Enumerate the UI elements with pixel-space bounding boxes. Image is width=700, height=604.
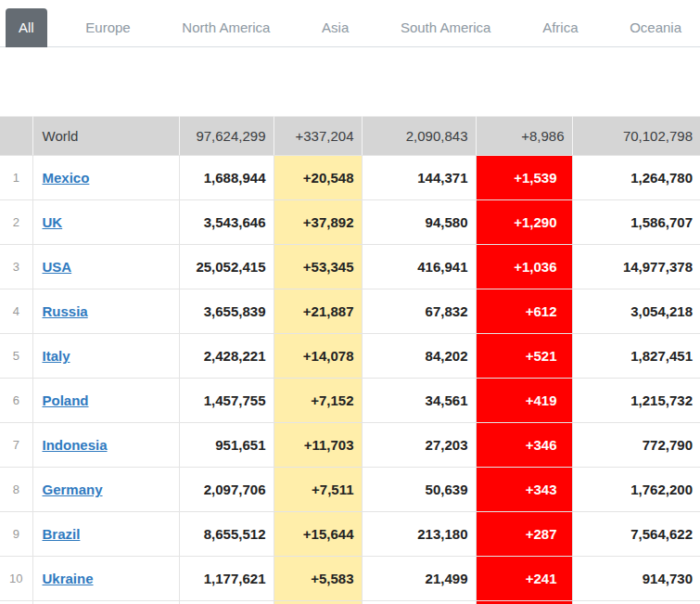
recovered-cell: 1,264,780	[572, 156, 700, 200]
new-cases-cell: +7,152	[274, 379, 362, 423]
total-cases-cell: 951,651	[179, 423, 274, 468]
new-deaths-cell: +521	[476, 334, 572, 379]
country-cell: Mexico	[32, 156, 179, 200]
tab-south-america[interactable]: South America	[388, 8, 504, 47]
new-deaths-cell: +241	[476, 557, 572, 601]
new-cases-cell: +20,548	[274, 156, 362, 200]
new-cases-cell: +15,644	[274, 512, 362, 557]
total-cases-cell	[179, 601, 274, 604]
total-cases-cell: 97,624,299	[179, 117, 274, 156]
rank-cell: 6	[0, 379, 32, 423]
rank-cell: 4	[0, 289, 32, 334]
recovered-cell: 914,730	[572, 557, 700, 601]
deaths-cell: 416,941	[362, 245, 476, 289]
continent-tabs: AllEuropeNorth AmericaAsiaSouth AmericaA…	[0, 8, 700, 47]
tab-panel-spacer	[0, 47, 700, 116]
deaths-cell: 84,202	[362, 334, 476, 379]
tab-europe[interactable]: Europe	[72, 8, 143, 47]
total-cases-cell: 1,688,944	[179, 156, 274, 200]
table-row: 6 Poland 1,457,755 +7,152 34,561 +419 1,…	[0, 379, 700, 423]
rank-cell: 2	[0, 200, 32, 245]
recovered-cell: 772,790	[572, 423, 700, 468]
total-cases-cell: 3,543,646	[179, 200, 274, 245]
new-cases-cell: +7,511	[274, 468, 362, 512]
country-link[interactable]: UK	[43, 214, 63, 230]
total-cases-cell: 3,655,839	[179, 289, 274, 334]
country-cell: Italy	[32, 334, 179, 379]
recovered-cell: 1,762,200	[572, 468, 700, 512]
recovered-cell: 1,215,732	[572, 379, 700, 423]
new-deaths-cell	[476, 601, 572, 604]
country-link[interactable]: USA	[43, 259, 72, 275]
tab-north-america[interactable]: North America	[169, 8, 283, 47]
country-link[interactable]: Ukraine	[43, 571, 94, 586]
deaths-cell: 50,639	[362, 468, 476, 512]
table-row: 4 Russia 3,655,839 +21,887 67,832 +612 3…	[0, 289, 700, 334]
table-row: 8 Germany 2,097,706 +7,511 50,639 +343 1…	[0, 468, 700, 512]
table-row: 5 Italy 2,428,221 +14,078 84,202 +521 1,…	[0, 334, 700, 379]
country-cell: UK	[32, 200, 179, 245]
country-link[interactable]: Germany	[43, 482, 103, 497]
country-link[interactable]: Russia	[43, 303, 88, 319]
country-link[interactable]: Italy	[43, 348, 70, 364]
deaths-cell: 21,499	[362, 557, 476, 601]
recovered-cell: 7,564,622	[572, 512, 700, 557]
total-cases-cell: 1,457,755	[179, 379, 274, 423]
table-row: 9 Brazil 8,655,512 +15,644 213,180 +287 …	[0, 512, 700, 557]
deaths-cell: 213,180	[362, 512, 476, 557]
new-deaths-cell: +612	[476, 289, 572, 334]
country-cell: Germany	[32, 468, 179, 512]
tab-label: Asia	[322, 19, 349, 35]
table-row: 3 USA 25,052,415 +53,345 416,941 +1,036 …	[0, 245, 700, 289]
table-row: 7 Indonesia 951,651 +11,703 27,203 +346 …	[0, 423, 700, 468]
new-cases-cell: +53,345	[274, 245, 362, 289]
rank-cell	[0, 601, 32, 604]
new-deaths-cell: +346	[476, 423, 572, 468]
table-row: 10 Ukraine 1,177,621 +5,583 21,499 +241 …	[0, 557, 700, 601]
deaths-cell: 94,580	[362, 200, 476, 245]
table-row: 2 UK 3,543,646 +37,892 94,580 +1,290 1,5…	[0, 200, 700, 245]
new-cases-cell: +21,887	[274, 289, 362, 334]
new-deaths-cell: +419	[476, 379, 572, 423]
world-label: World	[32, 117, 179, 156]
new-cases-cell: +37,892	[274, 200, 362, 245]
tab-asia[interactable]: Asia	[309, 8, 362, 47]
rank-cell: 7	[0, 423, 32, 468]
tab-label: All	[19, 19, 34, 35]
country-cell: Poland	[32, 379, 179, 423]
new-deaths-cell: +287	[476, 512, 572, 557]
deaths-cell: 144,371	[362, 156, 476, 200]
country-cell	[32, 601, 179, 604]
country-cell: USA	[32, 245, 179, 289]
tab-label: South America	[401, 19, 491, 35]
country-link[interactable]: Brazil	[43, 526, 81, 542]
rank-cell: 9	[0, 512, 32, 557]
recovered-cell	[572, 601, 700, 604]
tab-africa[interactable]: Africa	[529, 8, 591, 47]
new-deaths-cell: +1,290	[476, 200, 572, 245]
new-deaths-cell: +343	[476, 468, 572, 512]
clipped-next-row	[0, 601, 700, 604]
total-cases-cell: 2,428,221	[179, 334, 274, 379]
tab-label: Europe	[85, 19, 130, 35]
summary-row-world: World 97,624,299 +337,204 2,090,843 +8,9…	[0, 117, 700, 156]
deaths-cell	[362, 601, 476, 604]
recovered-cell: 1,827,451	[572, 334, 700, 379]
new-cases-cell	[274, 601, 362, 604]
new-deaths-cell: +1,539	[476, 156, 572, 200]
new-cases-cell: +14,078	[274, 334, 362, 379]
rank-cell: 8	[0, 468, 32, 512]
country-link[interactable]: Poland	[43, 392, 89, 408]
country-link[interactable]: Indonesia	[43, 437, 108, 453]
deaths-cell: 2,090,843	[362, 117, 476, 156]
deaths-cell: 27,203	[362, 423, 476, 468]
country-cell: Ukraine	[32, 557, 179, 601]
rank-cell: 5	[0, 334, 32, 379]
country-link[interactable]: Mexico	[43, 170, 90, 186]
new-cases-cell: +11,703	[274, 423, 362, 468]
total-cases-cell: 1,177,621	[179, 557, 274, 601]
tab-label: North America	[182, 19, 270, 35]
tab-oceania[interactable]: Oceania	[617, 8, 694, 47]
tab-all[interactable]: All	[6, 8, 47, 47]
rank-cell: 3	[0, 245, 32, 289]
